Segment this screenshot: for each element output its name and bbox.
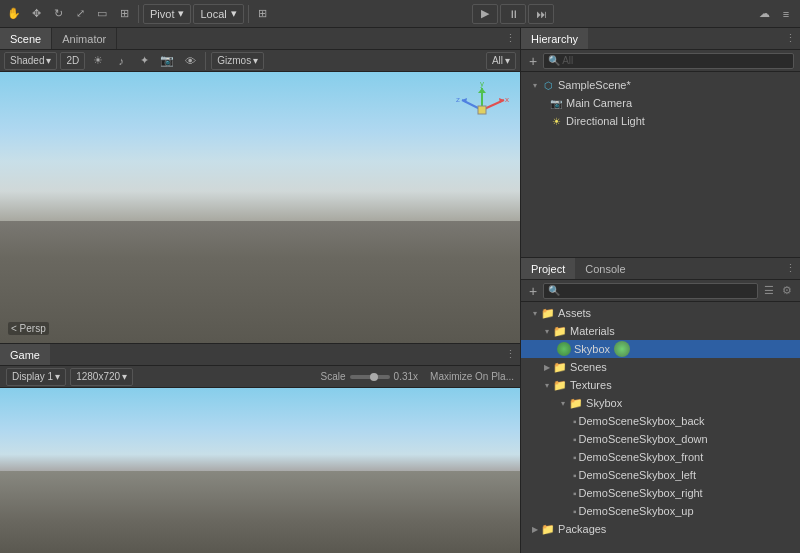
hierarchy-item-samplescene[interactable]: ▾ ⬡ SampleScene*: [521, 76, 800, 94]
svg-text:z: z: [456, 95, 460, 104]
display-dropdown[interactable]: Display 1▾: [6, 368, 66, 386]
folder-icon-skybox: 📁: [569, 397, 583, 410]
collab-icon[interactable]: ☁: [754, 4, 774, 24]
scale-tool[interactable]: ⤢: [70, 4, 90, 24]
scene-gizmo[interactable]: x y z: [452, 80, 512, 140]
game-ground: [0, 471, 520, 554]
rotate-tool[interactable]: ↻: [48, 4, 68, 24]
scene-ground: [0, 221, 520, 343]
tab-game[interactable]: Game: [0, 344, 50, 365]
game-sky: [0, 388, 520, 471]
project-view-icon[interactable]: ☰: [762, 284, 776, 297]
project-tab-bar: Project Console ⋮: [521, 258, 800, 280]
hide-icon[interactable]: 👁: [180, 51, 200, 71]
folder-icon-textures: 📁: [553, 379, 567, 392]
project-item-packages[interactable]: ▶ 📁 Packages: [521, 520, 800, 538]
project-settings-icon[interactable]: ⚙: [780, 284, 794, 297]
arrow-scenes: ▶: [541, 361, 553, 373]
project-plus-button[interactable]: +: [527, 283, 539, 299]
hierarchy-panel: Hierarchy ⋮ + 🔍 All ▾ ⬡ SampleScene*: [521, 28, 800, 258]
all-dropdown[interactable]: All▾: [486, 52, 516, 70]
project-item-demo-down[interactable]: ▪ DemoSceneSkybox_down: [521, 430, 800, 448]
hand-tool[interactable]: ✋: [4, 4, 24, 24]
resolution-dropdown[interactable]: 1280x720▾: [70, 368, 133, 386]
project-item-demo-up[interactable]: ▪ DemoSceneSkybox_up: [521, 502, 800, 520]
hierarchy-item-directionallight[interactable]: ☀ Directional Light: [521, 112, 800, 130]
game-view: [0, 388, 520, 553]
arrow-samplescene: ▾: [529, 79, 541, 91]
project-item-demo-right[interactable]: ▪ DemoSceneSkybox_right: [521, 484, 800, 502]
tab-scene[interactable]: Scene: [0, 28, 52, 49]
move-tool[interactable]: ✥: [26, 4, 46, 24]
game-tab-menu[interactable]: ⋮: [505, 348, 520, 361]
tab-project[interactable]: Project: [521, 258, 575, 279]
project-item-scenes[interactable]: ▶ 📁 Scenes: [521, 358, 800, 376]
transform-tool[interactable]: ⊞: [114, 4, 134, 24]
arrow-materials: ▾: [541, 325, 553, 337]
hierarchy-plus-button[interactable]: +: [527, 53, 539, 69]
light-icon: ☀: [549, 114, 563, 128]
hierarchy-toolbar: + 🔍 All: [521, 50, 800, 72]
hierarchy-menu-icon[interactable]: ⋮: [785, 32, 800, 45]
hierarchy-search[interactable]: 🔍 All: [543, 53, 794, 69]
svg-text:x: x: [505, 95, 509, 104]
project-item-textures[interactable]: ▾ 📁 Textures: [521, 376, 800, 394]
project-toolbar: + 🔍 ☰ ⚙: [521, 280, 800, 302]
services-icon[interactable]: ≡: [776, 4, 796, 24]
separator-1: [138, 5, 139, 23]
camera-icon-tb[interactable]: 📷: [157, 51, 177, 71]
local-dropdown[interactable]: Local▾: [193, 4, 243, 24]
hierarchy-content: ▾ ⬡ SampleScene* 📷 Main Camera ☀ Directi…: [521, 72, 800, 257]
arrow-textures: ▾: [541, 379, 553, 391]
light-icon-tb[interactable]: ☀: [88, 51, 108, 71]
shaded-dropdown[interactable]: Shaded▾: [4, 52, 57, 70]
left-panel: Scene Animator ⋮ Shaded▾ 2D ☀ ♪ ✦ 📷 👁 Gi…: [0, 28, 520, 553]
tab-menu-icon[interactable]: ⋮: [505, 32, 520, 45]
fx-icon[interactable]: ✦: [134, 51, 154, 71]
arrow-skybox-folder: ▾: [557, 397, 569, 409]
scale-slider[interactable]: [350, 375, 390, 379]
scene-icon: ⬡: [541, 78, 555, 92]
gizmos-dropdown[interactable]: Gizmos▾: [211, 52, 264, 70]
play-button[interactable]: ▶: [472, 4, 498, 24]
project-item-skybox-folder[interactable]: ▾ 📁 Skybox: [521, 394, 800, 412]
tab-console[interactable]: Console: [575, 258, 635, 279]
folder-icon-assets: 📁: [541, 307, 555, 320]
main-layout: Scene Animator ⋮ Shaded▾ 2D ☀ ♪ ✦ 📷 👁 Gi…: [0, 28, 800, 553]
layers-icon[interactable]: ⊞: [253, 4, 273, 24]
folder-icon-scenes: 📁: [553, 361, 567, 374]
project-item-materials[interactable]: ▾ 📁 Materials: [521, 322, 800, 340]
tab-animator[interactable]: Animator: [52, 28, 117, 49]
scene-sky: [0, 72, 520, 221]
file-icon-left: ▪: [573, 470, 577, 481]
pivot-dropdown[interactable]: Pivot▾: [143, 4, 191, 24]
svg-rect-6: [478, 106, 486, 114]
project-item-demo-left[interactable]: ▪ DemoSceneSkybox_left: [521, 466, 800, 484]
hierarchy-item-maincamera[interactable]: 📷 Main Camera: [521, 94, 800, 112]
camera-icon: 📷: [549, 96, 563, 110]
pause-button[interactable]: ⏸: [500, 4, 526, 24]
scene-view: x y z < Persp: [0, 72, 520, 343]
sep: [205, 52, 206, 70]
project-menu-icon[interactable]: ⋮: [785, 262, 800, 275]
tab-hierarchy[interactable]: Hierarchy: [521, 28, 588, 49]
project-item-assets[interactable]: ▾ 📁 Assets: [521, 304, 800, 322]
project-item-demo-front[interactable]: ▪ DemoSceneSkybox_front: [521, 448, 800, 466]
scene-toolbar: Shaded▾ 2D ☀ ♪ ✦ 📷 👁 Gizmos▾ All▾: [0, 50, 520, 72]
project-item-skybox[interactable]: Skybox: [521, 340, 800, 358]
audio-icon[interactable]: ♪: [111, 51, 131, 71]
game-tab-bar: Game ⋮: [0, 344, 520, 366]
skybox-green-dot: [614, 341, 630, 357]
2d-button[interactable]: 2D: [60, 52, 85, 70]
project-panel: Project Console ⋮ + 🔍 ☰ ⚙ ▾ 📁: [521, 258, 800, 553]
separator-2: [248, 5, 249, 23]
project-search[interactable]: 🔍: [543, 283, 758, 299]
folder-icon-packages: 📁: [541, 523, 555, 536]
step-button[interactable]: ⏭: [528, 4, 554, 24]
project-item-demo-back[interactable]: ▪ DemoSceneSkybox_back: [521, 412, 800, 430]
file-icon-back: ▪: [573, 416, 577, 427]
right-panel: Hierarchy ⋮ + 🔍 All ▾ ⬡ SampleScene*: [520, 28, 800, 553]
rect-tool[interactable]: ▭: [92, 4, 112, 24]
scene-tab-bar: Scene Animator ⋮: [0, 28, 520, 50]
maximize-on-play[interactable]: Maximize On Pla...: [430, 371, 514, 382]
